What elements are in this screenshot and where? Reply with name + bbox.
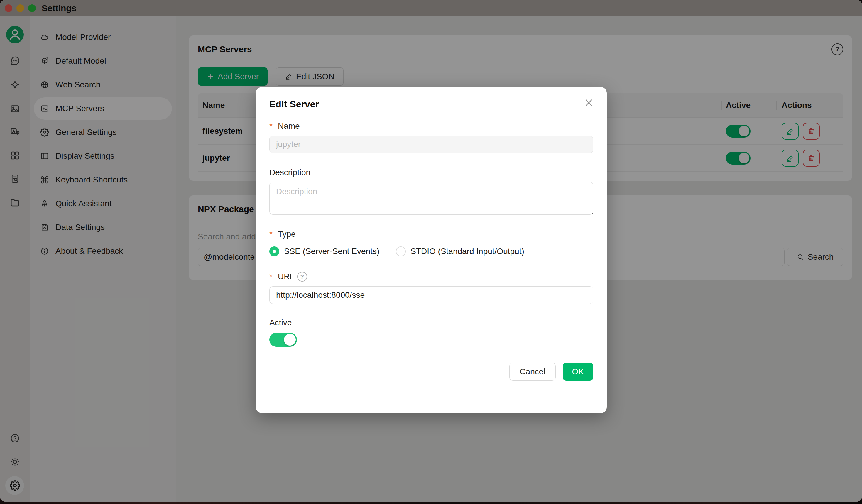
modal-title: Edit Server (269, 87, 593, 110)
description-field-label: Description (269, 168, 593, 177)
name-field-label: Name (269, 121, 593, 131)
radio-unselected-icon (396, 247, 406, 256)
active-field-label: Active (269, 318, 593, 327)
radio-option-stdio[interactable]: STDIO (Standard Input/Output) (396, 247, 524, 256)
close-icon (584, 98, 594, 108)
ok-button[interactable]: OK (563, 362, 593, 381)
required-asterisk (269, 121, 275, 131)
url-input[interactable] (269, 286, 593, 304)
desktop-wallpaper: Settings (0, 0, 862, 504)
url-help-icon[interactable]: ? (297, 271, 307, 282)
edit-server-modal: Edit Server Name Description Type SSE (S… (256, 87, 607, 413)
type-field-label: Type (269, 229, 593, 239)
description-textarea[interactable] (269, 182, 593, 215)
modal-active-toggle[interactable] (269, 333, 297, 347)
radio-label: STDIO (Standard Input/Output) (410, 247, 524, 256)
modal-close-button[interactable] (584, 98, 594, 108)
radio-selected-icon (269, 247, 279, 256)
radio-label: SSE (Server-Sent Events) (284, 247, 379, 256)
cancel-button[interactable]: Cancel (509, 362, 556, 381)
name-input[interactable] (269, 135, 593, 153)
required-asterisk (269, 272, 275, 281)
radio-option-sse[interactable]: SSE (Server-Sent Events) (269, 247, 379, 256)
url-field-label: URL ? (269, 271, 593, 282)
required-asterisk (269, 229, 275, 239)
